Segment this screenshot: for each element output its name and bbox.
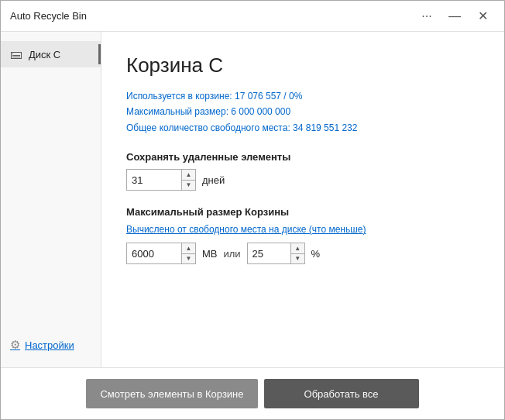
info-used: Используется в корзине: 17 076 557 / 0% — [126, 88, 479, 104]
disk-icon: 🖴 — [10, 47, 22, 61]
days-unit-label: дней — [202, 174, 225, 186]
max-size-subtitle-static: Вычислено от свободного места на диске ( — [126, 224, 312, 235]
mb-down-button[interactable]: ▼ — [182, 254, 195, 264]
sidebar-bottom: ⚙ Настройки — [1, 332, 101, 358]
window-title: Auto Recycle Bin — [10, 10, 87, 22]
mb-input[interactable] — [127, 243, 181, 263]
days-up-button[interactable]: ▲ — [182, 170, 195, 181]
page-title: Корзина С — [126, 53, 479, 77]
gear-icon: ⚙ — [10, 338, 20, 352]
settings-item[interactable]: ⚙ Настройки — [10, 338, 91, 352]
max-size-group: ▲ ▼ МВ или ▲ ▼ % — [126, 243, 479, 264]
days-arrows: ▲ ▼ — [181, 170, 195, 190]
main-window: Auto Recycle Bin ··· — ✕ 🖴 Диск C ⚙ Наст… — [0, 0, 505, 420]
sidebar-item-label: Диск C — [29, 49, 60, 60]
minimize-button[interactable]: — — [442, 4, 467, 29]
sidebar: 🖴 Диск C ⚙ Настройки — [1, 32, 101, 367]
title-bar-controls: ··· — ✕ — [414, 4, 495, 29]
content-area: 🖴 Диск C ⚙ Настройки Корзина С Используе… — [1, 32, 504, 367]
sidebar-item-disk-c[interactable]: 🖴 Диск C — [1, 41, 101, 67]
mb-up-button[interactable]: ▲ — [182, 243, 195, 254]
or-label: или — [224, 248, 241, 260]
percent-up-button[interactable]: ▲ — [291, 243, 304, 254]
percent-input[interactable] — [248, 243, 290, 263]
mb-unit-label: МВ — [202, 248, 218, 260]
info-max-size: Максимальный размер: 6 000 000 000 — [126, 104, 479, 119]
percent-down-button[interactable]: ▼ — [291, 254, 304, 264]
keep-section-label: Сохранять удаленные элементы — [126, 151, 479, 163]
percent-unit-label: % — [311, 248, 321, 260]
days-spinner-wrap: ▲ ▼ — [126, 169, 196, 191]
info-free-space: Общее количество свободного места: 34 81… — [126, 120, 479, 136]
days-input[interactable] — [127, 170, 181, 190]
title-bar-left: Auto Recycle Bin — [10, 10, 87, 22]
settings-label: Настройки — [25, 339, 74, 351]
view-bin-button[interactable]: Смотреть элементы в Корзине — [86, 379, 257, 408]
process-all-button[interactable]: Обработать все — [264, 379, 419, 408]
close-button[interactable]: ✕ — [470, 4, 495, 29]
mb-arrows: ▲ ▼ — [181, 243, 195, 263]
max-size-section-label: Максимальный размер Корзины — [126, 206, 479, 218]
keep-days-group: ▲ ▼ дней — [126, 169, 479, 191]
percent-spinner-wrap: ▲ ▼ — [247, 243, 305, 264]
max-size-subtitle-end: ) — [363, 224, 366, 235]
days-down-button[interactable]: ▼ — [182, 181, 195, 191]
footer-buttons: Смотреть элементы в Корзине Обработать в… — [1, 367, 504, 419]
percent-arrows: ▲ ▼ — [290, 243, 304, 263]
mb-spinner-wrap: ▲ ▼ — [126, 243, 196, 264]
main-content: Корзина С Используется в корзине: 17 076… — [101, 32, 504, 367]
max-size-subtitle-link[interactable]: что меньше — [312, 224, 363, 235]
menu-button[interactable]: ··· — [414, 4, 439, 29]
max-size-subtitle: Вычислено от свободного места на диске (… — [126, 224, 479, 235]
title-bar: Auto Recycle Bin ··· — ✕ — [1, 1, 504, 32]
